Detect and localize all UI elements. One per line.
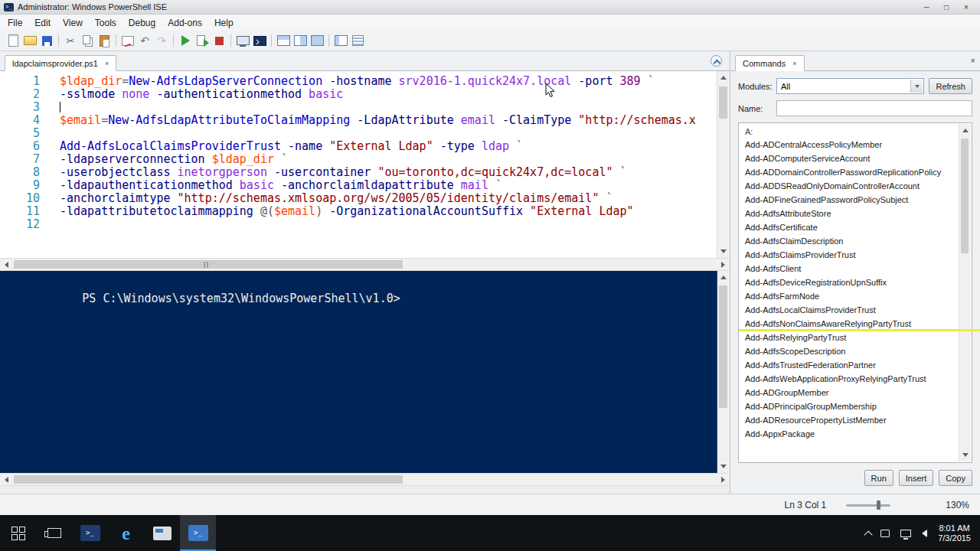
command-item[interactable]: Add-AdfsClaimDescription — [739, 234, 958, 248]
code-line[interactable]: 8-userobjectclass inetorgperson -usercon… — [0, 166, 730, 179]
scroll-left-icon[interactable] — [0, 474, 13, 486]
hide-script-pane-button[interactable] — [710, 55, 722, 67]
command-item[interactable]: Add-ADComputerServiceAccount — [739, 152, 958, 165]
menu-add-ons[interactable]: Add-ons — [162, 15, 208, 31]
console-pane[interactable]: PS C:\Windows\system32\WindowsPowerShell… — [0, 271, 730, 473]
command-item[interactable]: Add-AdfsClaimsProviderTrust — [739, 248, 958, 262]
zoom-slider-thumb[interactable] — [877, 500, 880, 510]
network-icon[interactable] — [900, 530, 911, 537]
scroll-down-icon[interactable] — [959, 448, 972, 461]
scrollbar-thumb[interactable] — [719, 285, 727, 408]
internet-explorer-taskbar-button[interactable]: e — [108, 515, 144, 551]
name-filter-input[interactable] — [776, 100, 972, 116]
scroll-up-icon[interactable] — [959, 124, 972, 137]
command-item[interactable]: Add-AdfsWebApplicationProxyRelyingPartyT… — [739, 372, 958, 386]
scroll-right-icon[interactable] — [717, 474, 730, 486]
run-selection-icon[interactable] — [194, 32, 211, 49]
copy-icon[interactable] — [79, 32, 96, 49]
code-line[interactable]: 4$email=New-AdfsLdapAttributeToClaimMapp… — [0, 114, 730, 127]
insert-button[interactable]: Insert — [899, 470, 934, 486]
refresh-button[interactable]: Refresh — [929, 78, 972, 94]
hidden-icons-chevron-icon[interactable] — [864, 530, 873, 539]
command-item[interactable]: Add-AdfsScopeDescription — [739, 344, 958, 358]
command-item[interactable]: Add-AdfsNonClaimsAwareRelyingPartyTrust — [739, 317, 958, 331]
run-button[interactable]: Run — [864, 470, 893, 486]
commands-tab[interactable]: Commands × — [735, 55, 805, 71]
console-vertical-scrollbar[interactable] — [717, 271, 730, 473]
new-script-icon[interactable] — [5, 32, 21, 49]
maximize-button[interactable]: □ — [936, 1, 956, 13]
show-command-window-icon[interactable] — [349, 32, 366, 49]
save-icon[interactable] — [38, 32, 55, 49]
command-item[interactable]: Add-AdfsRelyingPartyTrust — [739, 331, 958, 344]
clear-console-icon[interactable] — [119, 32, 136, 49]
minimize-button[interactable]: ─ — [916, 1, 936, 13]
command-item[interactable]: Add-AdfsLocalClaimsProviderTrust — [739, 303, 958, 317]
script-pane-top-icon[interactable] — [275, 32, 292, 49]
start-button[interactable] — [0, 515, 36, 551]
open-script-icon[interactable] — [21, 32, 38, 49]
menu-edit[interactable]: Edit — [28, 15, 57, 31]
copy-button[interactable]: Copy — [939, 470, 972, 486]
code-line[interactable]: 10-anchorclaimtype "http://schemas.xmlso… — [0, 192, 730, 205]
volume-icon[interactable] — [922, 530, 927, 537]
command-item[interactable]: Add-AdfsAttributeStore — [739, 207, 958, 220]
dropdown-arrow-icon[interactable] — [910, 80, 923, 93]
command-item[interactable]: Add-ADDomainControllerPasswordReplicatio… — [739, 165, 958, 179]
code-line[interactable]: 6Add-AdfsLocalClaimsProviderTrust -name … — [0, 140, 730, 153]
powershell-taskbar-button[interactable]: >_ — [72, 515, 108, 551]
menu-help[interactable]: Help — [208, 15, 240, 31]
command-item[interactable]: Add-AppxPackage — [739, 427, 958, 441]
menu-tools[interactable]: Tools — [89, 15, 122, 31]
command-item[interactable]: Add-AdfsCertificate — [739, 220, 958, 234]
menu-debug[interactable]: Debug — [122, 15, 162, 31]
close-button[interactable]: × — [956, 1, 976, 13]
taskbar-clock[interactable]: 8:01 AM 7/3/2015 — [938, 523, 971, 543]
code-line[interactable]: 12 — [0, 218, 730, 231]
editor-vertical-scrollbar[interactable] — [717, 71, 730, 258]
stop-operation-icon[interactable] — [211, 32, 227, 49]
command-item[interactable]: Add-ADDSReadOnlyDomainControllerAccount — [739, 179, 958, 193]
code-line[interactable]: 5 — [0, 127, 730, 140]
console-horizontal-scrollbar[interactable] — [0, 473, 730, 486]
editor-horizontal-scrollbar[interactable] — [0, 258, 730, 271]
script-pane-maximized-icon[interactable] — [309, 32, 325, 49]
modules-dropdown[interactable]: All — [776, 78, 924, 94]
code-line[interactable]: 2-sslmode none -authenticationmethod bas… — [0, 88, 730, 101]
code-line[interactable]: 9-ldapauthenticationmethod basic -anchor… — [0, 179, 730, 192]
script-pane-right-icon[interactable] — [292, 32, 309, 49]
commands-list-scrollbar[interactable] — [959, 124, 971, 461]
command-item[interactable]: Add-AdfsFarmNode — [739, 289, 958, 303]
scrollbar-thumb[interactable] — [719, 86, 727, 119]
close-addon-pane-button[interactable]: × — [971, 57, 975, 65]
code-line[interactable]: 7-ldapserverconnection $ldap_dir ` — [0, 153, 730, 166]
command-item[interactable]: Add-ADCentralAccessPolicyMember — [739, 138, 958, 152]
undo-icon[interactable] — [136, 32, 153, 49]
paste-icon[interactable] — [96, 32, 113, 49]
cut-icon[interactable] — [62, 32, 79, 49]
powershell-ise-taskbar-button[interactable]: >_ — [180, 515, 216, 551]
task-view-button[interactable] — [36, 515, 72, 551]
command-item[interactable]: Add-AdfsClient — [739, 262, 958, 276]
scroll-down-icon[interactable] — [717, 245, 730, 258]
code-line[interactable]: 11-ldapattributetoclaimmapping @($email)… — [0, 205, 730, 218]
command-item[interactable]: Add-ADFineGrainedPasswordPolicySubject — [739, 193, 958, 207]
scroll-left-icon[interactable] — [0, 259, 13, 271]
code-line[interactable]: 3 — [0, 101, 730, 114]
show-command-addon-icon[interactable] — [332, 32, 349, 49]
menu-view[interactable]: View — [57, 15, 89, 31]
splitter-grip-icon[interactable] — [204, 262, 210, 268]
scrollbar-thumb[interactable] — [961, 139, 969, 253]
command-item[interactable]: Add-AdfsDeviceRegistrationUpnSuffix — [739, 276, 958, 289]
notifications-icon[interactable] — [880, 530, 890, 537]
redo-icon[interactable] — [153, 32, 170, 49]
command-item[interactable]: Add-ADGroupMember — [739, 386, 958, 399]
scroll-right-icon[interactable] — [717, 259, 730, 271]
menu-file[interactable]: File — [2, 15, 28, 31]
scroll-up-icon[interactable] — [717, 271, 730, 284]
server-manager-taskbar-button[interactable] — [144, 515, 180, 551]
run-script-icon[interactable] — [177, 32, 194, 49]
start-powershell-icon[interactable] — [251, 32, 268, 49]
script-editor[interactable]: 1$ldap_dir=New-AdfsLdapServerConnection … — [0, 71, 730, 258]
scroll-up-icon[interactable] — [717, 71, 730, 84]
